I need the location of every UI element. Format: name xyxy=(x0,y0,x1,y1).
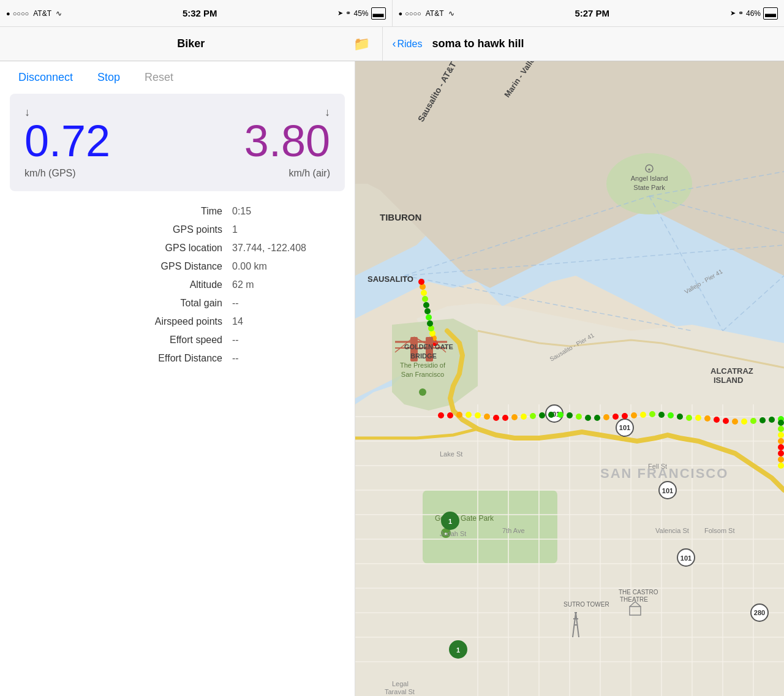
battery-icon: ▬ xyxy=(371,7,386,20)
svg-point-104 xyxy=(732,418,738,425)
map-container: Angel Island State Park ● Golden Gate Pa… xyxy=(355,61,784,696)
left-panel: Disconnect Stop Reset ↓ 0.72 ↓ 3.80 km/h… xyxy=(0,61,355,696)
map-svg: Angel Island State Park ● Golden Gate Pa… xyxy=(355,61,784,696)
svg-point-73 xyxy=(447,412,453,418)
stat-row: Time0:15 xyxy=(24,206,330,217)
stat-value: 37.744, -122.408 xyxy=(232,243,330,254)
stat-row: GPS location37.744, -122.408 xyxy=(24,243,330,254)
svg-text:Angel Island: Angel Island xyxy=(631,175,668,182)
svg-text:ALCATRAZ: ALCATRAZ xyxy=(710,366,753,376)
svg-point-99 xyxy=(686,415,692,421)
nav-bars: Biker 📁 ‹ Rides soma to hawk hill xyxy=(0,27,784,61)
stat-value: -- xyxy=(232,335,330,346)
svg-text:ISLAND: ISLAND xyxy=(714,376,743,385)
left-wifi-icon: ∿ xyxy=(56,9,62,18)
right-battery-area: ➤ ⚭ 46% ▬ xyxy=(730,7,778,20)
svg-text:Valencia St: Valencia St xyxy=(655,527,689,534)
back-button[interactable]: ‹ Rides xyxy=(393,37,423,50)
svg-text:Folsom St: Folsom St xyxy=(704,527,735,534)
svg-point-75 xyxy=(466,412,472,418)
svg-point-103 xyxy=(723,418,729,424)
svg-text:280: 280 xyxy=(754,609,765,616)
svg-point-68 xyxy=(422,296,428,302)
action-bar: Disconnect Stop Reset xyxy=(0,61,355,94)
svg-point-81 xyxy=(521,414,527,420)
location-icon: ➤ xyxy=(337,9,343,17)
stat-label: Airspeed points xyxy=(137,316,222,327)
status-bars: ● ○○○○ AT&T ∿ 5:32 PM ➤ ⚭ 45% ▬ ● ○○○○ A… xyxy=(0,0,784,27)
air-label: km/h (air) xyxy=(288,168,330,179)
svg-point-96 xyxy=(658,412,665,418)
ride-title: soma to hawk hill xyxy=(432,37,524,50)
svg-text:101: 101 xyxy=(680,554,692,562)
svg-point-101 xyxy=(704,415,710,422)
right-nav-bar: ‹ Rides soma to hawk hill xyxy=(383,27,785,61)
speed-display: ↓ 0.72 ↓ 3.80 km/h (GPS) km/h (air) xyxy=(10,94,345,191)
svg-point-83 xyxy=(539,412,545,418)
stat-label: Time xyxy=(137,206,222,217)
left-signal: ● ○○○○ AT&T ∿ xyxy=(6,9,62,18)
chevron-left-icon: ‹ xyxy=(393,37,396,50)
svg-point-115 xyxy=(778,450,784,456)
left-nav-title: Biker xyxy=(177,37,205,50)
svg-point-77 xyxy=(484,414,490,420)
svg-point-110 xyxy=(778,420,784,426)
svg-point-17 xyxy=(419,388,426,396)
svg-point-66 xyxy=(424,308,431,314)
folder-icon[interactable]: 📁 xyxy=(353,36,370,52)
svg-point-72 xyxy=(438,412,444,418)
stat-label: Effort Distance xyxy=(137,353,222,364)
svg-text:BRIDGE: BRIDGE xyxy=(410,352,437,360)
speed-row: ↓ 0.72 ↓ 3.80 xyxy=(24,104,330,163)
left-carrier: AT&T xyxy=(33,9,51,18)
svg-point-71 xyxy=(418,279,424,285)
svg-point-76 xyxy=(475,412,481,418)
right-battery: 46% xyxy=(746,9,761,18)
svg-text:SAUSALITO: SAUSALITO xyxy=(368,274,413,284)
stat-value: 0.00 km xyxy=(232,261,330,272)
stat-value: 1 xyxy=(232,224,330,235)
svg-text:State Park: State Park xyxy=(633,184,665,191)
svg-text:Fell St: Fell St xyxy=(648,463,667,470)
stat-label: Altitude xyxy=(137,279,222,290)
right-bluetooth-icon: ⚭ xyxy=(738,9,744,17)
svg-text:Taraval St: Taraval St xyxy=(385,688,415,695)
svg-point-107 xyxy=(760,417,766,423)
gps-speed-value: 0.72 xyxy=(24,119,178,163)
svg-text:SUTRO TOWER: SUTRO TOWER xyxy=(564,601,609,608)
stat-row: Effort Distance-- xyxy=(24,353,330,364)
svg-point-98 xyxy=(677,414,683,420)
svg-point-88 xyxy=(585,415,591,421)
svg-point-102 xyxy=(714,417,720,423)
right-panel: Angel Island State Park ● Golden Gate Pa… xyxy=(355,61,784,696)
air-speed-col: ↓ 3.80 xyxy=(178,104,331,163)
stat-label: Total gain xyxy=(137,298,222,309)
svg-point-113 xyxy=(778,438,784,444)
svg-point-108 xyxy=(769,417,775,423)
svg-point-65 xyxy=(426,314,432,320)
stat-row: GPS Distance0.00 km xyxy=(24,261,330,272)
svg-text:101: 101 xyxy=(662,487,673,494)
svg-point-64 xyxy=(427,320,433,327)
disconnect-button[interactable]: Disconnect xyxy=(18,71,73,84)
svg-text:Judah St: Judah St xyxy=(440,530,466,537)
svg-point-111 xyxy=(778,426,784,432)
reset-button[interactable]: Reset xyxy=(145,71,173,84)
stat-row: Altitude62 m xyxy=(24,279,330,290)
svg-point-94 xyxy=(640,412,646,418)
svg-point-82 xyxy=(530,413,536,419)
svg-text:THEATRE: THEATRE xyxy=(620,596,648,603)
right-wifi-icon: ∿ xyxy=(448,9,454,18)
svg-point-87 xyxy=(576,414,582,420)
stat-value: -- xyxy=(232,298,330,309)
left-status-bar: ● ○○○○ AT&T ∿ 5:32 PM ➤ ⚭ 45% ▬ xyxy=(0,0,392,26)
svg-point-106 xyxy=(750,418,756,424)
svg-point-78 xyxy=(493,415,499,421)
svg-point-79 xyxy=(502,415,508,421)
svg-text:7th Ave: 7th Ave xyxy=(502,527,525,534)
gps-speed-col: ↓ 0.72 xyxy=(24,104,178,163)
svg-point-114 xyxy=(778,444,784,450)
stop-button[interactable]: Stop xyxy=(97,71,120,84)
stat-value: 0:15 xyxy=(232,206,330,217)
svg-point-84 xyxy=(548,412,554,418)
